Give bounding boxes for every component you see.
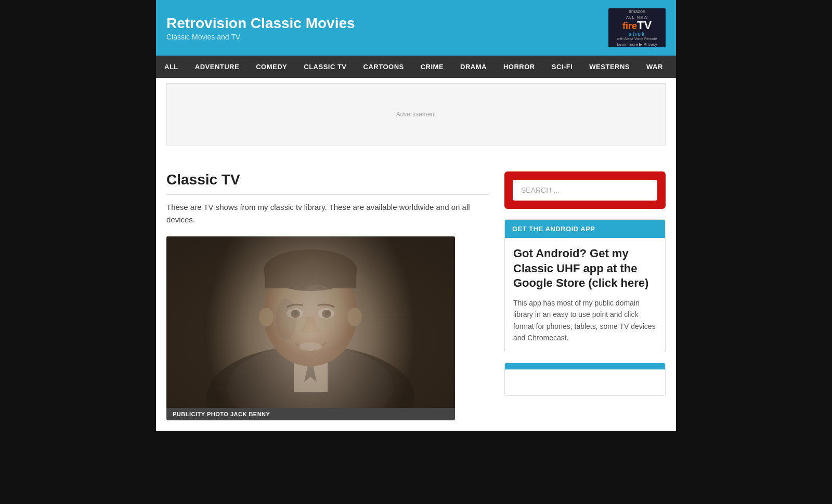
svg-point-20 (304, 284, 330, 303)
svg-point-15 (322, 310, 331, 318)
nav-link-cartoons[interactable]: CARTOONS (355, 56, 412, 78)
svg-point-10 (259, 308, 274, 326)
learn-more-link[interactable]: Learn more ▶ Privacy (617, 42, 657, 47)
nav-item-all[interactable]: ALL (156, 56, 187, 78)
photo-container: PUBLICITY PHOTO JACK BENNY (166, 236, 455, 420)
svg-marker-5 (304, 353, 317, 382)
nav-link-all[interactable]: ALL (156, 56, 187, 78)
sidebar: GET THE ANDROID APP Got Android? Get my … (504, 171, 666, 420)
svg-point-3 (227, 346, 394, 408)
nav-link-sci-fi[interactable]: SCI-FI (543, 56, 581, 78)
ad-banner: Advertisement (166, 83, 666, 145)
svg-point-19 (276, 299, 296, 340)
nav-link-comedy[interactable]: COMEDY (248, 56, 295, 78)
svg-rect-4 (294, 351, 328, 392)
search-input-wrapper[interactable] (513, 180, 657, 201)
nav-item-horror[interactable]: HORROR (495, 56, 543, 78)
second-widget-body (505, 369, 665, 395)
site-title: Retrovision Classic Movies (166, 15, 355, 32)
nav-item-cartoons[interactable]: CARTOONS (355, 56, 412, 78)
nav-item-crime[interactable]: CRIME (412, 56, 452, 78)
jack-benny-photo (166, 236, 455, 408)
svg-point-11 (347, 308, 362, 326)
nav-link-horror[interactable]: HORROR (495, 56, 543, 78)
nav-item-adventure[interactable]: ADVENTURE (187, 56, 248, 78)
svg-point-14 (291, 310, 300, 318)
alexa-text: with Alexa Voice Remote (617, 37, 657, 41)
svg-rect-1 (166, 236, 455, 408)
tv-text: TV (637, 19, 652, 32)
main-nav: ALL ADVENTURE COMEDY CLASSIC TV CARTOONS… (156, 56, 676, 78)
nav-item-comedy[interactable]: COMEDY (248, 56, 295, 78)
nav-link-drama[interactable]: DRAMA (452, 56, 495, 78)
nav-link-war[interactable]: WAR (638, 56, 671, 78)
android-widget-header: GET THE ANDROID APP (505, 220, 665, 238)
nav-link-classic-tv[interactable]: CLASSIC TV (295, 56, 355, 78)
svg-point-12 (287, 308, 303, 319)
nav-link-adventure[interactable]: ADVENTURE (187, 56, 248, 78)
android-app-widget: GET THE ANDROID APP Got Android? Get my … (504, 219, 666, 352)
nav-list: ALL ADVENTURE COMEDY CLASSIC TV CARTOONS… (156, 56, 676, 78)
nav-link-crime[interactable]: CRIME (412, 56, 452, 78)
site-branding: Retrovision Classic Movies Classic Movie… (166, 15, 355, 42)
nav-item-sci-fi[interactable]: SCI-FI (543, 56, 581, 78)
firetv-logo: fireTV (622, 20, 652, 31)
svg-point-6 (295, 339, 326, 362)
page-description: These are TV shows from my classic tv li… (166, 201, 489, 226)
android-widget-description: This app has most of my public domain li… (513, 297, 657, 344)
nav-item-westerns[interactable]: WESTERNS (581, 56, 638, 78)
site-header: Retrovision Classic Movies Classic Movie… (156, 0, 676, 56)
page-title: Classic TV (166, 171, 489, 195)
second-widget (504, 363, 666, 396)
header-ad-firetv[interactable]: amazon ALL-NEW fireTV stick with Alexa V… (608, 8, 666, 47)
svg-point-13 (318, 308, 334, 319)
svg-point-8 (264, 249, 357, 291)
stick-text: stick (629, 31, 646, 37)
portrait-svg (166, 236, 455, 408)
svg-rect-9 (265, 270, 356, 288)
svg-rect-0 (166, 236, 455, 408)
search-widget (504, 171, 666, 209)
second-widget-header (505, 363, 665, 369)
main-column: Classic TV These are TV shows from my cl… (166, 171, 504, 420)
svg-point-16 (294, 311, 298, 315)
photo-caption: PUBLICITY PHOTO JACK BENNY (166, 408, 455, 420)
svg-point-17 (325, 311, 329, 315)
svg-point-2 (206, 346, 414, 408)
svg-point-18 (299, 342, 322, 351)
android-widget-title[interactable]: Got Android? Get my Classic UHF app at t… (513, 246, 657, 291)
svg-point-7 (264, 262, 357, 366)
fire-text: fire (622, 21, 637, 31)
android-widget-body: Got Android? Get my Classic UHF app at t… (505, 238, 665, 352)
ad-placeholder-text: Advertisement (396, 111, 436, 118)
search-input[interactable] (513, 180, 657, 201)
nav-item-classic-tv[interactable]: CLASSIC TV (295, 56, 355, 78)
content-wrapper: Classic TV These are TV shows from my cl… (156, 161, 676, 431)
nav-item-war[interactable]: WAR (638, 56, 671, 78)
site-subtitle: Classic Movies and TV (166, 33, 355, 41)
nav-link-westerns[interactable]: WESTERNS (581, 56, 638, 78)
nav-item-drama[interactable]: DRAMA (452, 56, 495, 78)
amazon-label: amazon (629, 9, 645, 14)
